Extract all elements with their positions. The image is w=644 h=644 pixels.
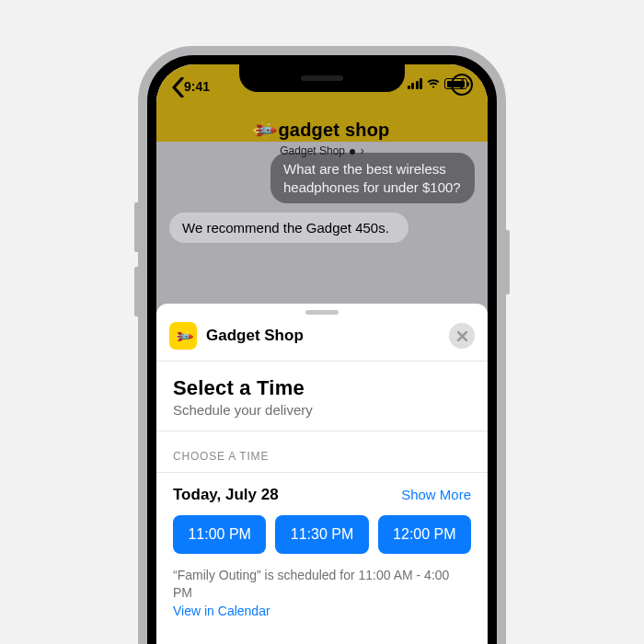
time-slot-3[interactable]: 12:00 PM <box>378 515 471 554</box>
time-slots: 11:00 PM 11:30 PM 12:00 PM <box>173 515 471 554</box>
rocket-icon: 🚀 <box>172 325 193 346</box>
volume-up-button <box>134 202 138 252</box>
time-picker-sheet: 🚀 Gadget Shop Select a Time Schedule you… <box>156 304 488 644</box>
day-block: Today, July 28 Show More 11:00 PM 11:30 … <box>156 473 488 619</box>
sheet-subtitle: Schedule your delivery <box>173 402 471 418</box>
screen: 9:41 i 🚀gadget shop <box>156 64 488 644</box>
date-label: Today, July 28 <box>173 486 279 504</box>
volume-down-button <box>134 267 138 316</box>
section-label: CHOOSE A TIME <box>156 431 488 473</box>
power-button <box>506 230 510 294</box>
close-button[interactable] <box>449 323 475 349</box>
time-slot-1[interactable]: 11:00 PM <box>173 515 266 554</box>
view-in-calendar-link[interactable]: View in Calendar <box>173 604 270 618</box>
sheet-app-name: Gadget Shop <box>206 327 304 345</box>
show-more-link[interactable]: Show More <box>401 487 471 502</box>
title-block: Select a Time Schedule your delivery <box>156 362 488 431</box>
time-slot-2[interactable]: 11:30 PM <box>275 515 368 554</box>
app-icon: 🚀 <box>169 322 197 350</box>
conflict-note: “Family Outing” is scheduled for 11:00 A… <box>173 567 471 602</box>
sheet-title: Select a Time <box>173 376 471 400</box>
phone-frame: 9:41 i 🚀gadget shop <box>138 46 506 644</box>
sheet-header: 🚀 Gadget Shop <box>156 315 488 362</box>
day-row: Today, July 28 Show More <box>173 486 471 504</box>
close-icon <box>456 330 468 342</box>
